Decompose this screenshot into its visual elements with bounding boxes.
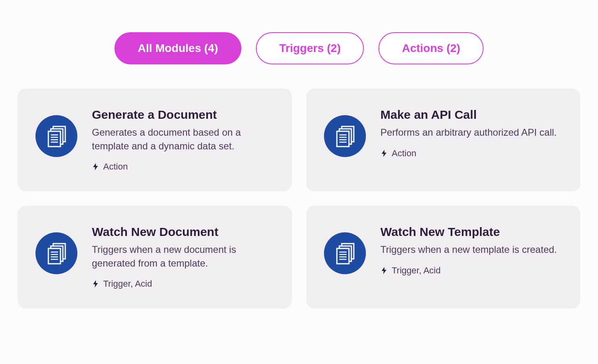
bolt-icon: [92, 280, 99, 287]
tab-actions[interactable]: Actions (2): [378, 32, 484, 64]
card-content: Generate a Document Generates a document…: [92, 108, 274, 172]
card-make-api-call[interactable]: Make an API Call Performs an arbitrary a…: [306, 89, 580, 191]
bolt-icon: [380, 267, 388, 274]
card-description: Triggers when a new template is created.: [380, 243, 563, 256]
card-description: Generates a document based on a template…: [92, 126, 274, 153]
card-description: Performs an arbitrary authorized API cal…: [380, 126, 563, 139]
documents-icon: [324, 115, 366, 157]
bolt-icon: [92, 163, 99, 170]
card-title: Watch New Document: [92, 225, 274, 239]
card-watch-new-document[interactable]: Watch New Document Triggers when a new d…: [18, 206, 292, 308]
card-title: Generate a Document: [92, 108, 274, 122]
card-content: Make an API Call Performs an arbitrary a…: [380, 108, 563, 159]
cards-grid: Generate a Document Generates a document…: [16, 89, 582, 308]
card-title: Watch New Template: [380, 225, 563, 239]
svg-rect-2: [48, 131, 60, 147]
card-type-label: Trigger, Acid: [392, 265, 440, 276]
card-type-label: Action: [103, 161, 128, 172]
card-type: Action: [380, 148, 563, 159]
svg-rect-9: [337, 131, 349, 147]
documents-icon: [35, 232, 77, 274]
card-watch-new-template[interactable]: Watch New Template Triggers when a new t…: [306, 206, 580, 308]
tab-all-modules[interactable]: All Modules (4): [114, 32, 241, 64]
card-content: Watch New Template Triggers when a new t…: [380, 225, 563, 276]
tab-triggers[interactable]: Triggers (2): [256, 32, 364, 64]
card-generate-document[interactable]: Generate a Document Generates a document…: [18, 89, 292, 191]
documents-icon: [324, 232, 366, 274]
tabs-container: All Modules (4) Triggers (2) Actions (2): [16, 32, 582, 64]
card-content: Watch New Document Triggers when a new d…: [92, 225, 274, 289]
card-title: Make an API Call: [380, 108, 563, 122]
svg-rect-23: [337, 248, 349, 264]
bolt-icon: [380, 150, 388, 157]
documents-icon: [35, 115, 77, 157]
card-type: Trigger, Acid: [380, 265, 563, 276]
card-type-label: Trigger, Acid: [103, 279, 152, 289]
svg-rect-16: [48, 248, 60, 264]
card-type-label: Action: [392, 148, 416, 159]
card-type: Trigger, Acid: [92, 279, 274, 289]
card-type: Action: [92, 161, 274, 172]
card-description: Triggers when a new document is generate…: [92, 243, 274, 270]
